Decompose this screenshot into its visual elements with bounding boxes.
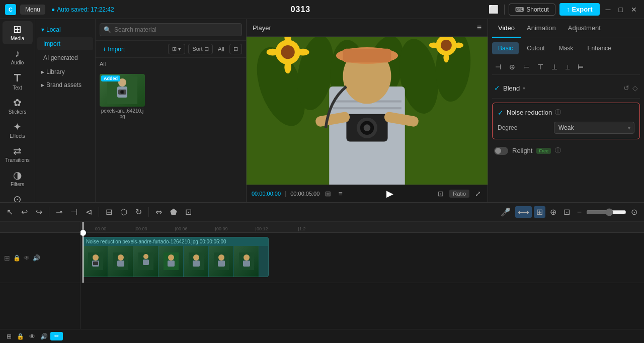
subtab-enhance[interactable]: Enhance (581, 42, 617, 54)
tool-stickers[interactable]: ✿ Stickers (3, 95, 33, 118)
clip-thumb-4 (158, 246, 184, 277)
nav-library[interactable]: ▸ Library (35, 65, 95, 78)
tab-animation[interactable]: Animation (521, 19, 562, 38)
tool-audio[interactable]: ♪ Audio (3, 45, 33, 68)
sticker-icon: ✿ (13, 98, 22, 108)
list-view-button[interactable]: ≡ (337, 190, 344, 198)
player-menu-button[interactable]: ≡ (477, 23, 481, 32)
track-lock-button[interactable]: 🔒 (13, 254, 21, 262)
ratio-button[interactable]: Ratio (449, 190, 469, 198)
tool-effects[interactable]: ✦ Effects (3, 119, 33, 142)
media-icon: ⊞ (13, 24, 22, 34)
track-audio-button[interactable]: 🔊 (33, 254, 40, 262)
blend-reset-button[interactable]: ↺ (623, 84, 629, 92)
align-bottom-button[interactable]: ⟂ (562, 61, 573, 72)
zoom-out-button[interactable]: − (575, 207, 584, 218)
select-tool-button[interactable]: ↖ (4, 206, 16, 218)
relight-toggle[interactable] (494, 147, 508, 155)
delete-button[interactable]: ⊟ (103, 206, 115, 218)
tool-text[interactable]: T Text (3, 69, 33, 94)
search-input[interactable] (100, 23, 242, 36)
timeline-left: ⊞ 🔒 👁 🔊 (0, 222, 80, 329)
align-middle-button[interactable]: ⊥ (548, 61, 560, 72)
settings-tl-button[interactable]: ⊙ (628, 206, 640, 218)
trim-button[interactable]: ⊣ (68, 206, 80, 218)
minimize-button[interactable]: ─ (604, 6, 613, 14)
shape-button[interactable]: ⬟ (168, 206, 180, 218)
track-add-icon-btn[interactable]: ⊞ (4, 332, 14, 341)
view-toggle-button[interactable]: ⊞ ▾ (168, 44, 185, 54)
mirror-h-button[interactable]: ⇔ (153, 206, 165, 218)
sort-button[interactable]: Sort ⊟ (188, 44, 212, 54)
svg-point-21 (441, 40, 452, 51)
close-button[interactable]: ✕ (629, 6, 639, 14)
blend-diamond-button[interactable]: ◇ (632, 84, 638, 92)
timeline-main[interactable]: 00:00 |00:03 |00:06 |00:09 |00:12 (80, 222, 644, 329)
snap-button[interactable]: ⊞ (534, 206, 545, 218)
crop-tl-button[interactable]: ⊡ (183, 206, 194, 218)
subtab-mask[interactable]: Mask (553, 42, 580, 54)
split-button[interactable]: ⊸ (53, 206, 65, 218)
loop-button[interactable]: ↻ (133, 206, 144, 218)
timeline-toolbar: ↖ ↩ ↪ ⊸ ⊣ ⊲ ⊟ ⬡ ↻ ⇔ ⬟ ⊡ 🎤 ⟷ ⊞ ⊕ ⊡ − ⊙ (0, 203, 644, 222)
media-item[interactable]: Added pexels-an...64210.jpg (100, 74, 145, 119)
separator-3 (148, 207, 149, 217)
relight-info-button[interactable]: ⓘ (555, 146, 561, 155)
nav-brand-assets[interactable]: ▸ Brand assets (35, 78, 95, 92)
tool-transitions-label: Transitions (5, 157, 30, 163)
maximize-button[interactable]: □ (617, 6, 625, 14)
video-clip[interactable]: Noise reduction pexels-andre-furtado-126… (83, 237, 269, 277)
track-add-button[interactable]: ⊞ (4, 254, 10, 262)
undo-button[interactable]: ↩ (19, 206, 30, 218)
import-button[interactable]: + Import (100, 44, 128, 54)
tool-adjustment[interactable]: ⊙ Adjustment (3, 191, 33, 202)
subtab-basic[interactable]: Basic (492, 42, 519, 54)
svg-point-36 (364, 124, 371, 131)
redo-button[interactable]: ↪ (33, 206, 45, 218)
play-button[interactable]: ▶ (383, 188, 396, 199)
nav-local[interactable]: ▾ Local (35, 23, 95, 36)
player-screen (247, 37, 488, 185)
nr-degree-select[interactable]: Weak Medium Strong (554, 122, 634, 134)
player-controls: 00:00:00:00 | 00:00:05:00 ⊞ ≡ ▶ ⊡ Ratio … (247, 185, 488, 202)
tab-video[interactable]: Video (492, 19, 521, 38)
join-button[interactable]: ⊕ (547, 206, 559, 218)
align-distribute-h-button[interactable]: ⊨ (575, 61, 587, 72)
filter-button[interactable]: ⊟ (229, 44, 242, 54)
ruler-mark-6: |00:06 (161, 226, 201, 231)
grid-view-button[interactable]: ⊞ (324, 190, 333, 198)
tool-transitions[interactable]: ⇄ Transitions (3, 143, 33, 166)
track-eye-icon-btn[interactable]: 👁 (27, 332, 38, 341)
tool-media[interactable]: ⊞ Media (3, 21, 33, 44)
nav-import[interactable]: Import (37, 37, 93, 50)
track-visibility-button[interactable]: 👁 (24, 254, 30, 262)
tool-text-label: Text (13, 85, 22, 91)
freeze-button[interactable]: ⬡ (118, 206, 130, 218)
monitor-view-button[interactable]: ⬜ (487, 5, 500, 14)
link-button[interactable]: ⟷ (515, 206, 532, 218)
mic-button[interactable]: 🎤 (498, 206, 513, 218)
speed-button[interactable]: ⊲ (83, 206, 95, 218)
tool-filters[interactable]: ◑ Filters (3, 167, 33, 190)
tab-adjustment[interactable]: Adjustment (562, 19, 607, 38)
align-right-button[interactable]: ⊢ (520, 61, 532, 72)
track-label-row: ⊞ 🔒 👁 🔊 (0, 233, 80, 283)
adjustment-icon: ⊙ (13, 194, 22, 202)
align-top-button[interactable]: ⊤ (534, 61, 546, 72)
free-badge: Free (536, 148, 551, 154)
nav-ai-generated[interactable]: AI generated (37, 51, 93, 64)
track-vol-icon-btn[interactable]: 🔊 (38, 332, 50, 341)
edit-pen-button[interactable]: ✏ (50, 332, 63, 340)
subtab-cutout[interactable]: Cutout (521, 42, 550, 54)
track-lock-icon-btn[interactable]: 🔒 (14, 332, 27, 341)
export-button[interactable]: ↑ Export (559, 3, 600, 16)
camera-button[interactable]: ⊡ (561, 206, 573, 218)
menu-button[interactable]: Menu (20, 5, 45, 15)
align-left-button[interactable]: ⊣ (492, 61, 504, 72)
crop-button[interactable]: ⊡ (436, 190, 445, 198)
zoom-slider[interactable] (586, 208, 626, 216)
fullscreen-button[interactable]: ⤢ (473, 190, 482, 198)
align-center-button[interactable]: ⊕ (506, 61, 518, 72)
tool-media-label: Media (11, 36, 24, 41)
shortcut-button[interactable]: ⌨ Shortcut (509, 4, 555, 16)
